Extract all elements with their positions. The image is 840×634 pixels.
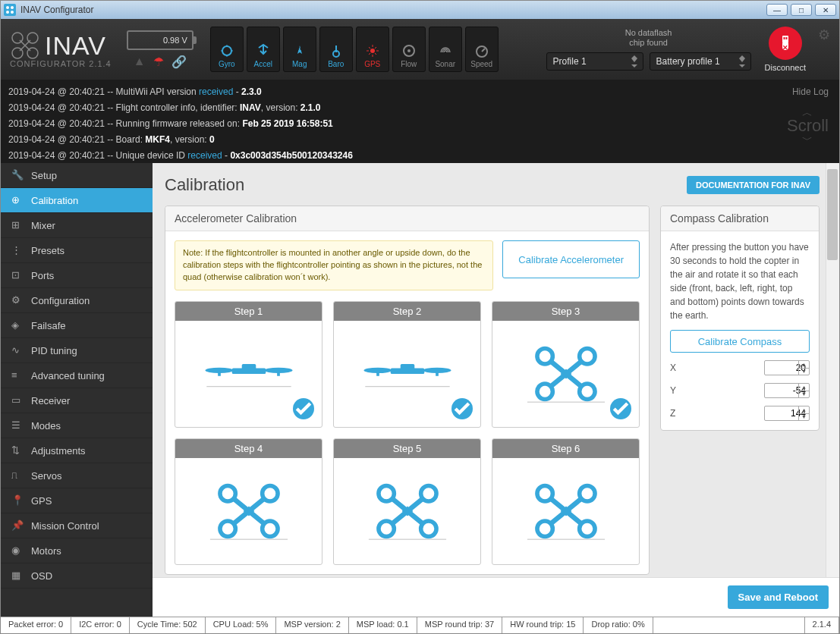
compass-instructions: After pressing the button you have 30 se… xyxy=(670,240,810,322)
servos-icon: ⎍ xyxy=(11,469,24,482)
presets-icon: ⋮ xyxy=(11,244,24,256)
sidebar-item-label: OSD xyxy=(31,570,52,582)
sidebar-item-calibration[interactable]: ⊕Calibration xyxy=(1,188,153,213)
sensor-baro[interactable]: Baro xyxy=(319,27,353,72)
svg-point-8 xyxy=(222,46,231,55)
sensor-gps[interactable]: GPS xyxy=(356,27,389,72)
step-header: Step 2 xyxy=(334,302,480,321)
sidebar-item-osd[interactable]: ▦OSD xyxy=(1,563,153,588)
sidebar-item-label: Ports xyxy=(31,270,54,281)
sidebar-item-label: GPS xyxy=(31,495,52,507)
log-scroll-control[interactable]: ︿Scroll﹀ xyxy=(787,107,829,145)
calibration-note: Note: If the flightcontroller is mounted… xyxy=(175,240,493,290)
axis-x-label: X xyxy=(670,363,676,373)
logo-subtitle: CONFIGURATOR 2.1.4 xyxy=(10,59,112,68)
logo-text: INAV xyxy=(45,31,106,61)
svg-point-0 xyxy=(6,6,9,9)
receiver-icon: ▭ xyxy=(11,394,24,406)
sensor-sonar[interactable]: Sonar xyxy=(429,27,462,72)
check-icon xyxy=(610,398,631,419)
disconnect-button[interactable]: ✕ xyxy=(769,27,802,60)
sidebar-item-adv[interactable]: ≡Advanced tuning xyxy=(1,363,153,388)
minimize-button[interactable]: — xyxy=(766,4,788,16)
sidebar-item-receiver[interactable]: ▭Receiver xyxy=(1,388,153,413)
parachute-icon: ☂ xyxy=(153,55,164,69)
calibrate-accel-button[interactable]: Calibrate Accelerometer xyxy=(502,240,640,278)
osd-icon: ▦ xyxy=(11,570,24,582)
warning-icon: ▲ xyxy=(134,55,146,68)
status-i2c: I2C error: 0 xyxy=(71,617,130,633)
settings-gear-icon[interactable]: ⚙ xyxy=(818,27,830,43)
sidebar-item-label: Presets xyxy=(31,245,64,256)
sensor-mag[interactable]: NMag xyxy=(283,27,316,72)
battery-profile-select[interactable]: Battery profile 1 xyxy=(650,52,751,71)
maximize-button[interactable]: □ xyxy=(791,4,812,16)
sensor-flow[interactable]: Flow xyxy=(392,27,426,72)
step-2: Step 2 xyxy=(333,301,481,428)
status-packet: Packet error: 0 xyxy=(1,617,71,633)
sensor-accel[interactable]: Accel xyxy=(247,27,280,72)
step-header: Step 1 xyxy=(175,302,322,321)
accel-panel-header: Accelerometer Calibration xyxy=(165,206,649,231)
mixer-icon: ⊞ xyxy=(11,219,24,231)
close-button[interactable]: ✕ xyxy=(815,4,836,16)
adjustments-icon: ⇅ xyxy=(11,444,24,457)
sidebar-item-label: Receiver xyxy=(31,395,70,406)
log-line: 2019-04-24 @ 20:40:21 -- Board: MKF4, ve… xyxy=(8,132,832,148)
gps-icon: 📍 xyxy=(11,494,24,507)
documentation-button[interactable]: DOCUMENTATION FOR INAV xyxy=(687,176,820,194)
svg-rect-17 xyxy=(783,37,785,39)
calibration-icon: ⊕ xyxy=(11,194,24,206)
app-icon xyxy=(4,4,16,16)
sidebar-item-configuration[interactable]: ⚙Configuration xyxy=(1,288,153,313)
step-header: Step 6 xyxy=(492,439,639,458)
sidebar-item-mission[interactable]: 📌Mission Control xyxy=(1,513,153,538)
sidebar-item-label: Adjustments xyxy=(31,445,86,457)
sidebar-item-servos[interactable]: ⎍Servos xyxy=(1,463,153,488)
sidebar-item-label: Failsafe xyxy=(31,320,66,331)
calibrate-compass-button[interactable]: Calibrate Compass xyxy=(670,330,810,353)
motors-icon: ◉ xyxy=(11,545,24,557)
hide-log-link[interactable]: Hide Log xyxy=(792,84,829,100)
svg-rect-30 xyxy=(400,364,414,374)
status-cpu: CPU Load: 5% xyxy=(206,617,277,633)
step-6: Step 6 xyxy=(492,438,640,565)
sidebar-item-motors[interactable]: ◉Motors xyxy=(1,538,153,563)
disconnect-label: Disconnect xyxy=(765,63,806,72)
logo: INAV CONFIGURATOR 2.1.4 xyxy=(10,30,112,68)
header-bar: INAV CONFIGURATOR 2.1.4 0.98 V ▲ ☂ 🔗 Gyr… xyxy=(1,19,839,80)
svg-rect-11 xyxy=(335,46,337,52)
svg-rect-16 xyxy=(782,36,788,43)
sidebar-item-setup[interactable]: 🔧Setup xyxy=(1,163,153,188)
sidebar: 🔧Setup⊕Calibration⊞Mixer⋮Presets⊡Ports⚙C… xyxy=(1,163,153,617)
save-reboot-button[interactable]: Save and Reboot xyxy=(728,585,829,609)
step-1: Step 1 xyxy=(175,301,322,428)
sidebar-item-gps[interactable]: 📍GPS xyxy=(1,488,153,513)
svg-point-14 xyxy=(407,49,411,52)
sidebar-item-pid[interactable]: ∿PID tuning xyxy=(1,338,153,363)
modes-icon: ☰ xyxy=(11,419,24,432)
svg-rect-23 xyxy=(241,364,256,374)
sidebar-item-failsafe[interactable]: ◈Failsafe xyxy=(1,313,153,338)
sidebar-item-label: Servos xyxy=(31,470,61,482)
svg-point-2 xyxy=(6,11,9,14)
sidebar-item-presets[interactable]: ⋮Presets xyxy=(1,238,153,263)
check-icon xyxy=(293,398,314,419)
status-version: 2.1.4 xyxy=(805,617,839,633)
sidebar-item-mixer[interactable]: ⊞Mixer xyxy=(1,213,153,238)
log-line: 2019-04-24 @ 20:40:21 -- MultiWii API ve… xyxy=(8,84,832,100)
sidebar-item-ports[interactable]: ⊡Ports xyxy=(1,263,153,288)
sidebar-item-label: Mission Control xyxy=(31,520,99,532)
sidebar-item-label: Setup xyxy=(31,170,57,181)
profile-select[interactable]: Profile 1 xyxy=(546,52,643,71)
svg-point-12 xyxy=(370,49,375,53)
sensor-gyro[interactable]: Gyro xyxy=(210,27,244,72)
sensor-speed[interactable]: Speed xyxy=(465,27,499,72)
sidebar-item-label: PID tuning xyxy=(31,345,77,356)
battery-indicator: 0.98 V xyxy=(127,30,193,50)
sidebar-item-modes[interactable]: ☰Modes xyxy=(1,413,153,438)
dataflash-status: No dataflashchip found xyxy=(546,28,751,48)
sidebar-item-adjustments[interactable]: ⇅Adjustments xyxy=(1,438,153,463)
propeller-icon xyxy=(10,30,40,61)
compass-panel: Compass Calibration After pressing the b… xyxy=(660,206,820,431)
